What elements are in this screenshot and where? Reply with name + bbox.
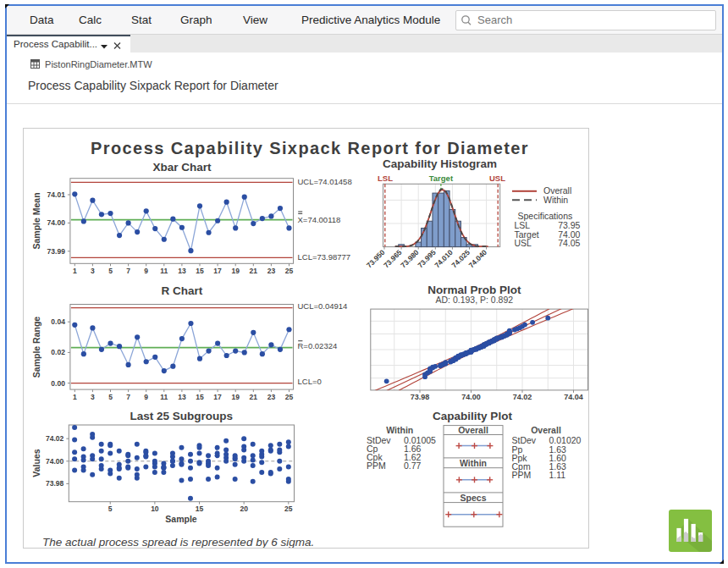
svg-text:25: 25: [285, 393, 294, 401]
svg-text:5: 5: [108, 393, 113, 401]
svg-text:5: 5: [108, 267, 113, 275]
svg-text:AD: 0.193, P: 0.892: AD: 0.193, P: 0.892: [435, 295, 513, 305]
svg-text:3: 3: [91, 393, 95, 401]
svg-text:73.99: 73.99: [47, 247, 66, 256]
svg-text:9: 9: [144, 393, 148, 401]
svg-text:19: 19: [231, 267, 240, 275]
svg-text:UCL=0.04914: UCL=0.04914: [298, 301, 348, 311]
svg-text:73.980: 73.980: [399, 248, 421, 270]
svg-text:74.05: 74.05: [558, 238, 580, 248]
svg-text:73.98: 73.98: [411, 393, 430, 401]
svg-text:74.01: 74.01: [47, 190, 66, 199]
svg-text:USL: USL: [489, 174, 505, 183]
svg-text:7: 7: [126, 393, 130, 401]
svg-text:Capability Histogram: Capability Histogram: [383, 157, 497, 170]
svg-text:13: 13: [178, 267, 186, 275]
svg-text:Specifications: Specifications: [518, 211, 573, 221]
svg-text:11: 11: [160, 267, 168, 275]
svg-text:0.77: 0.77: [404, 460, 422, 471]
svg-text:3: 3: [91, 267, 95, 275]
svg-text:7: 7: [126, 267, 130, 275]
svg-text:Overall: Overall: [531, 425, 561, 435]
svg-text:X=74.00118: X=74.00118: [298, 215, 341, 224]
svg-text:25: 25: [285, 267, 294, 275]
svg-text:0.04: 0.04: [51, 317, 65, 326]
svg-text:23: 23: [267, 267, 276, 275]
svg-text:Within: Within: [460, 458, 487, 468]
svg-text:R Chart: R Chart: [162, 284, 203, 297]
svg-text:1: 1: [73, 393, 77, 401]
svg-text:21: 21: [250, 267, 258, 275]
svg-text:73.965: 73.965: [382, 248, 404, 270]
svg-text:23: 23: [267, 393, 276, 401]
svg-text:Values: Values: [31, 449, 41, 477]
svg-text:17: 17: [213, 393, 222, 401]
svg-text:LCL=0: LCL=0: [298, 377, 322, 386]
svg-text:74.02: 74.02: [513, 393, 532, 401]
svg-text:PPM: PPM: [512, 470, 532, 480]
svg-text:Process Capability Sixpack Rep: Process Capability Sixpack Report for Di…: [91, 139, 529, 157]
svg-text:0.02: 0.02: [51, 348, 65, 356]
svg-text:11: 11: [160, 393, 168, 401]
svg-text:LSL: LSL: [378, 174, 393, 183]
svg-text:Specs: Specs: [461, 493, 487, 503]
svg-text:25: 25: [284, 505, 293, 513]
svg-text:R=0.02324: R=0.02324: [298, 341, 338, 350]
svg-text:15: 15: [196, 393, 204, 401]
svg-text:Capability Plot: Capability Plot: [433, 410, 512, 422]
svg-text:73.950: 73.950: [365, 248, 387, 270]
svg-text:74.00: 74.00: [47, 218, 66, 227]
svg-text:Sample Range: Sample Range: [31, 317, 41, 378]
svg-text:Sample Mean: Sample Mean: [31, 192, 41, 249]
svg-text:74.04: 74.04: [564, 393, 583, 401]
svg-text:17: 17: [213, 267, 222, 275]
svg-text:1.11: 1.11: [549, 470, 566, 480]
svg-text:Sample: Sample: [165, 514, 197, 524]
svg-text:The actual process spread is r: The actual process spread is represented…: [42, 536, 314, 548]
svg-text:21: 21: [250, 393, 258, 401]
svg-text:UCL=74.01458: UCL=74.01458: [298, 177, 352, 186]
svg-text:9: 9: [144, 267, 148, 275]
svg-text:19: 19: [231, 393, 240, 401]
svg-text:74.040: 74.040: [467, 248, 489, 270]
svg-text:1: 1: [73, 267, 77, 275]
svg-text:PPM: PPM: [367, 460, 386, 471]
svg-text:Within: Within: [543, 195, 568, 205]
svg-text:74.00: 74.00: [46, 457, 64, 466]
svg-text:74.010: 74.010: [433, 248, 455, 270]
svg-text:5: 5: [108, 505, 113, 513]
svg-text:Overall: Overall: [458, 425, 488, 435]
svg-text:20: 20: [240, 505, 248, 513]
svg-text:13: 13: [178, 393, 186, 401]
svg-text:10: 10: [151, 505, 159, 513]
svg-text:15: 15: [196, 505, 204, 513]
svg-text:73.995: 73.995: [416, 248, 438, 270]
svg-text:74.02: 74.02: [46, 434, 64, 443]
svg-text:Xbar Chart: Xbar Chart: [152, 161, 212, 174]
svg-text:74.025: 74.025: [449, 248, 472, 270]
svg-text:15: 15: [196, 267, 204, 275]
svg-text:74.00: 74.00: [461, 393, 481, 401]
svg-text:Target: Target: [429, 174, 454, 183]
svg-text:73.98: 73.98: [46, 479, 64, 488]
svg-text:Within: Within: [386, 425, 413, 435]
svg-text:LCL=73.98777: LCL=73.98777: [298, 252, 351, 262]
svg-text:Last 25 Subgroups: Last 25 Subgroups: [130, 410, 233, 422]
svg-text:USL: USL: [515, 238, 532, 248]
svg-text:0.00: 0.00: [51, 379, 65, 388]
